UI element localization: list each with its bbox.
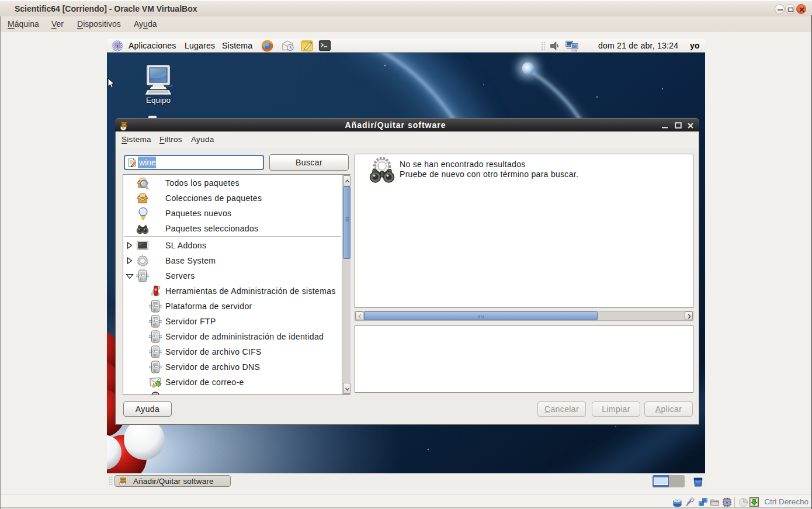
- svg-text:V: V: [726, 500, 729, 505]
